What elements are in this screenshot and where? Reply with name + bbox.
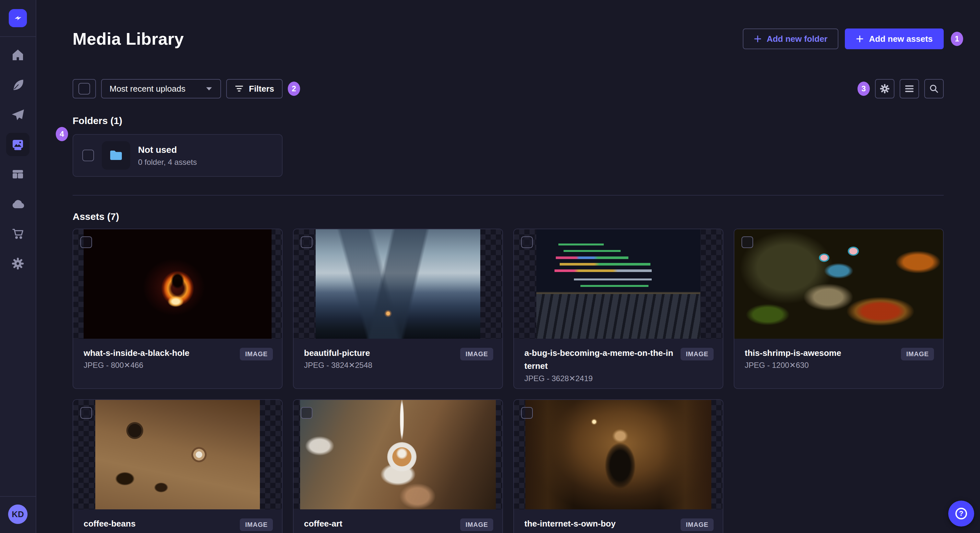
asset-card-footer: coffee-art JPEG - 5824✕3259 IMAGE [294, 509, 502, 533]
user-avatar[interactable]: KD [8, 504, 27, 524]
asset-card[interactable]: coffee-beans JPEG - 5021✕3347 IMAGE [73, 399, 283, 533]
annotation-badge-4: 4 [56, 127, 68, 141]
app-window: KD Media Library Add new folder Add new … [0, 0, 980, 533]
folder-info: Not used 0 folder, 4 assets [138, 144, 197, 167]
folder-icon [108, 148, 124, 163]
grid-settings-button[interactable] [875, 79, 894, 98]
annotation-badge-3: 3 [858, 82, 870, 96]
asset-card-text: coffee-beans JPEG - 5021✕3347 [84, 517, 233, 533]
asset-type-badge: IMAGE [681, 519, 714, 531]
sidebar-item-marketplace[interactable] [6, 222, 30, 246]
folder-card[interactable]: Not used 0 folder, 4 assets [73, 134, 283, 177]
asset-card-text: coffee-art JPEG - 5824✕3259 [304, 517, 454, 533]
filters-button[interactable]: Filters [226, 79, 283, 98]
add-new-folder-button[interactable]: Add new folder [743, 29, 839, 49]
asset-thumbnail [514, 400, 723, 509]
select-all-checkbox-wrapper[interactable] [73, 79, 96, 98]
folder-checkbox[interactable] [82, 150, 94, 161]
sidebar-item-releases[interactable] [6, 103, 30, 126]
asset-meta: JPEG - 1200✕707 [524, 531, 674, 533]
annotation-badge-2: 2 [288, 82, 300, 96]
feather-icon [11, 78, 24, 91]
asset-card-text: the-internet-s-own-boy JPEG - 1200✕707 [524, 517, 674, 533]
asset-checkbox[interactable] [301, 407, 312, 419]
sidebar-item-content-manager[interactable] [6, 163, 30, 186]
asset-thumbnail [514, 229, 723, 339]
asset-card-footer: the-internet-s-own-boy JPEG - 1200✕707 I… [514, 509, 723, 533]
sidebar-item-settings[interactable] [6, 252, 30, 275]
sidebar-item-home[interactable] [6, 43, 30, 67]
asset-image [300, 400, 496, 509]
asset-type-badge: IMAGE [240, 348, 273, 360]
asset-card[interactable]: beautiful-picture JPEG - 3824✕2548 IMAGE [293, 228, 503, 389]
asset-card[interactable]: what-s-inside-a-black-hole JPEG - 800✕46… [73, 228, 283, 389]
asset-image [734, 229, 943, 339]
folder-grid: Not used 0 folder, 4 assets [73, 134, 944, 177]
asset-thumbnail [734, 229, 943, 339]
asset-grid: what-s-inside-a-black-hole JPEG - 800✕46… [73, 228, 944, 533]
asset-card-footer: what-s-inside-a-black-hole JPEG - 800✕46… [73, 339, 282, 388]
asset-card[interactable]: this-shrimp-is-awesome JPEG - 1200✕630 I… [734, 228, 944, 389]
asset-title: coffee-art [304, 517, 454, 530]
list-view-button[interactable] [900, 79, 919, 98]
sidebar-footer: KD [0, 496, 36, 533]
asset-title: beautiful-picture [304, 346, 454, 359]
add-new-assets-button[interactable]: Add new assets [845, 29, 944, 49]
asset-card[interactable]: the-internet-s-own-boy JPEG - 1200✕707 I… [513, 399, 723, 533]
strapi-logo[interactable] [9, 9, 27, 27]
asset-checkbox[interactable] [80, 407, 92, 419]
asset-card-footer: this-shrimp-is-awesome JPEG - 1200✕630 I… [734, 339, 943, 388]
home-icon [11, 49, 24, 62]
folders-section: Folders (1) Not used 0 folder, 4 assets [73, 115, 944, 177]
asset-checkbox[interactable] [521, 407, 533, 419]
asset-card-footer: coffee-beans JPEG - 5021✕3347 IMAGE [73, 509, 282, 533]
search-icon [929, 84, 939, 94]
sidebar: KD [0, 0, 36, 533]
asset-thumbnail [73, 400, 282, 509]
asset-card-text: this-shrimp-is-awesome JPEG - 1200✕630 [745, 346, 894, 370]
filter-icon [235, 85, 244, 92]
sidebar-item-cloud[interactable] [6, 192, 30, 216]
section-divider [73, 195, 944, 195]
asset-meta: JPEG - 5824✕3259 [304, 531, 454, 533]
folder-icon-box [102, 141, 130, 170]
sidebar-divider [0, 36, 36, 37]
asset-card[interactable]: a-bug-is-becoming-a-meme-on-the-internet… [513, 228, 723, 389]
page-title: Media Library [73, 29, 184, 49]
asset-checkbox[interactable] [301, 236, 312, 248]
annotation-badge-1: 1 [951, 32, 963, 46]
assets-section: Assets (7) what-s-inside-a-black-hole JP… [73, 211, 944, 533]
asset-checkbox[interactable] [521, 236, 533, 248]
asset-card-text: a-bug-is-becoming-a-meme-on-the-internet… [524, 346, 674, 383]
gear-icon [11, 257, 24, 270]
asset-thumbnail [294, 229, 502, 339]
cloud-icon [11, 198, 24, 211]
asset-checkbox[interactable] [741, 236, 753, 248]
search-button[interactable] [924, 79, 944, 98]
sidebar-item-media-library[interactable] [6, 133, 30, 156]
gear-icon [880, 84, 890, 94]
content-manager-icon [11, 168, 24, 181]
select-all-checkbox[interactable] [78, 83, 90, 95]
page-header: Media Library Add new folder Add new ass… [73, 29, 944, 49]
asset-meta: JPEG - 3628✕2419 [524, 374, 674, 383]
sort-dropdown[interactable]: Most recent uploads [101, 79, 221, 98]
asset-card[interactable]: coffee-art JPEG - 5824✕3259 IMAGE [293, 399, 503, 533]
folder-subtitle: 0 folder, 4 assets [138, 158, 197, 167]
header-actions: Add new folder Add new assets 1 [743, 29, 944, 49]
asset-image [525, 400, 711, 509]
media-library-icon [11, 138, 24, 151]
asset-image [316, 229, 480, 339]
asset-meta: JPEG - 800✕466 [84, 361, 233, 370]
asset-type-badge: IMAGE [240, 519, 273, 531]
main-content: Media Library Add new folder Add new ass… [36, 0, 980, 533]
help-button[interactable]: ? [948, 501, 974, 527]
asset-image [95, 400, 259, 509]
asset-type-badge: IMAGE [901, 348, 934, 360]
list-icon [905, 84, 914, 93]
sidebar-item-content-type-builder[interactable] [6, 73, 30, 97]
folders-heading: Folders (1) [73, 115, 944, 126]
asset-title: coffee-beans [84, 517, 233, 530]
asset-card-text: what-s-inside-a-black-hole JPEG - 800✕46… [84, 346, 233, 370]
asset-checkbox[interactable] [80, 236, 92, 248]
